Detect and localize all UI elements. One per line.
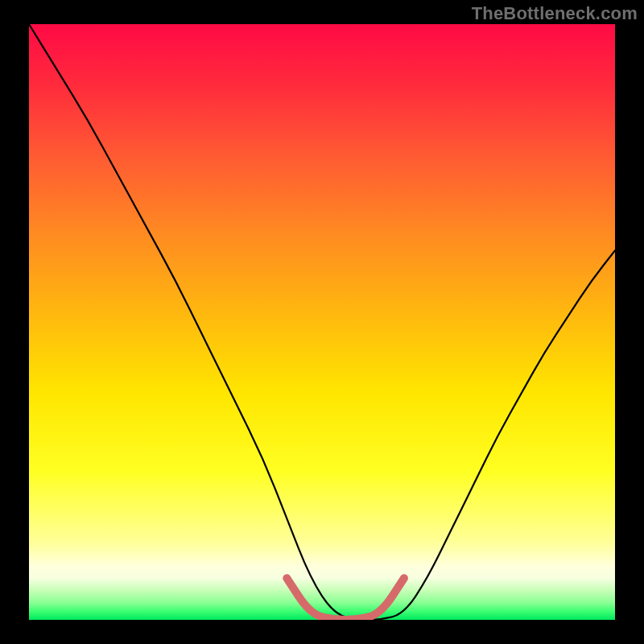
accent-segment (287, 578, 404, 620)
curve-svg (29, 24, 615, 620)
chart-canvas: TheBottleneck.com (0, 0, 644, 644)
curve-line (29, 24, 615, 620)
plot-area (29, 24, 615, 620)
watermark-label: TheBottleneck.com (472, 3, 638, 24)
